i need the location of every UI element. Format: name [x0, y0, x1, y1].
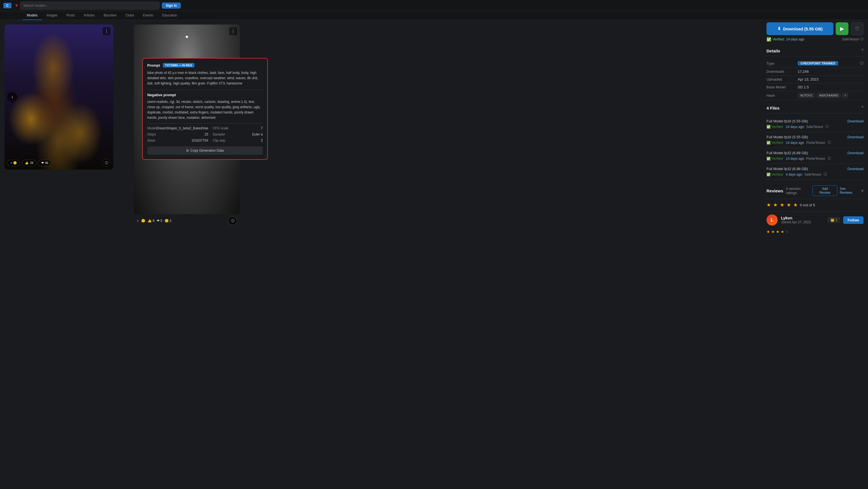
tab-articles[interactable]: Articles: [79, 11, 99, 20]
file-verified-label-0: Verified:: [772, 125, 783, 129]
crown-icon: 👑: [830, 218, 835, 222]
add-reaction-plus[interactable]: +: [137, 219, 139, 223]
file-verified-1: ✅ Verified:: [767, 141, 783, 145]
user-star-1: ★: [767, 229, 770, 234]
file-tensor-2: PickleTensor: [806, 157, 825, 161]
smiley-icon: 🙂: [141, 219, 145, 223]
thumbs-up-button[interactable]: 👍 28: [22, 160, 36, 166]
details-collapse-icon[interactable]: ^: [861, 48, 864, 53]
rating-text: 0 out of 5: [800, 203, 815, 207]
files-collapse-icon[interactable]: ^: [861, 105, 864, 110]
favorite-button[interactable]: ♡: [851, 22, 864, 35]
crown-count: 1: [835, 218, 837, 222]
username[interactable]: Lykon: [781, 216, 825, 220]
reviews-collapse-icon[interactable]: v: [861, 188, 864, 193]
add-review-button[interactable]: Add Review: [812, 186, 838, 196]
heart-button[interactable]: ❤ 46: [38, 160, 51, 166]
verified-checkmark-3: ✅: [767, 172, 771, 176]
neg-prompt-text: (semi-realistic, cgi, 3d, render, sketch…: [147, 99, 263, 121]
detail-uploaded-row: Uploaded Apr 13, 2023: [767, 75, 864, 84]
prev-image-button[interactable]: ‹: [7, 92, 17, 102]
download-row: ⬇ Download (5.55 GB) ▶ ♡: [767, 22, 864, 35]
clip-value: 2: [261, 138, 263, 142]
image-menu-button[interactable]: ⋮: [103, 27, 111, 35]
prompt-meta-divider: [147, 123, 263, 124]
file-header-0: Full Model fp16 (5.55 GB) Download: [767, 119, 864, 123]
tab-clubs[interactable]: Clubs: [121, 11, 138, 20]
file-tensor-0: SafeTensor: [806, 125, 824, 129]
file-download-2[interactable]: Download: [847, 151, 864, 155]
files-section-header: 4 Files ^: [767, 103, 864, 113]
safe-tensor-info-icon[interactable]: ⓘ: [860, 37, 864, 41]
stars-row: ★ ★ ★ ★ ★ 0 out of 5: [767, 202, 864, 208]
preview-menu-button[interactable]: ⋮: [229, 27, 237, 35]
hash-more-button[interactable]: >: [842, 93, 848, 98]
meta-seed: Seed 101837754: [147, 138, 208, 142]
follow-button[interactable]: Follow: [843, 216, 864, 224]
verified-date[interactable]: 14 days ago: [786, 37, 804, 41]
file-download-1[interactable]: Download: [847, 135, 864, 139]
see-reviews-link[interactable]: See Reviews: [840, 187, 859, 195]
tab-education[interactable]: Education: [158, 11, 181, 20]
cfg-value: 7: [261, 126, 263, 130]
basemodel-value: SD 1.5: [798, 85, 809, 89]
seed-value: 101837754: [192, 138, 208, 142]
star-2: ★: [773, 202, 778, 208]
type-info-icon[interactable]: ⓘ: [860, 61, 864, 66]
signin-button[interactable]: Sign In: [162, 2, 181, 9]
file-tensor-info-1[interactable]: ⓘ: [828, 140, 831, 145]
tab-bounties[interactable]: Bounties: [99, 11, 121, 20]
verified-label: Verified:: [773, 37, 784, 41]
details-title: Details: [767, 48, 780, 53]
verified-row: ✅ Verified: 14 days ago SafeTensor ⓘ: [767, 37, 864, 41]
sampler-label: Sampler: [213, 132, 225, 136]
verified-checkmark-0: ✅: [767, 125, 771, 129]
model-label: Model: [147, 126, 156, 130]
steps-value: 25: [205, 132, 208, 136]
basemodel-key: Base Model: [767, 85, 794, 89]
image-info-button[interactable]: ⓘ: [103, 159, 111, 167]
meta-cfg: CFG scale 7: [213, 126, 263, 130]
play-button[interactable]: ▶: [836, 22, 848, 35]
file-date-2[interactable]: 14 days ago: [786, 157, 804, 161]
search-input[interactable]: [20, 2, 159, 9]
tab-models[interactable]: Models: [22, 11, 42, 20]
file-name-1: Full Model fp16 (5.55 GB): [767, 135, 808, 139]
file-tensor-info-3[interactable]: ⓘ: [824, 172, 827, 177]
heart-reaction: ❤ 5: [157, 219, 162, 223]
hash-badge-autov2: AUTOV2: [798, 93, 815, 98]
file-tensor-1: PickleTensor: [806, 141, 825, 145]
thumbs-icon: 👍: [25, 161, 29, 165]
file-tensor-info-0[interactable]: ⓘ: [825, 124, 829, 129]
file-verified-label-1: Verified:: [772, 141, 783, 145]
file-download-0[interactable]: Download: [847, 119, 864, 123]
file-date-3[interactable]: 4 days ago: [786, 172, 802, 176]
preview-info-button[interactable]: ⓘ: [228, 216, 237, 225]
tab-events[interactable]: Events: [138, 11, 158, 20]
hash-key: Hash: [767, 93, 794, 98]
hash-badge-value: A60CFAA90D: [817, 93, 841, 98]
neg-prompt-label: Negative prompt: [147, 93, 263, 97]
detail-hash-row: Hash AUTOV2 A60CFAA90D >: [767, 91, 864, 100]
meta-model: Model DreamShaper_5_beta2_BakedVae: [147, 126, 208, 130]
image-footer: + 🙂 👍 28 ❤ 46 ⓘ: [7, 159, 111, 167]
clip-label: Clip skip: [213, 138, 225, 142]
heart-count: 5: [160, 219, 162, 223]
tab-images[interactable]: Images: [42, 11, 62, 20]
steps-label: Steps: [147, 132, 156, 136]
file-tensor-info-2[interactable]: ⓘ: [828, 156, 831, 161]
smile2-icon: 😊: [164, 219, 169, 223]
detail-basemodel-row: Base Model SD 1.5: [767, 84, 864, 91]
file-download-3[interactable]: Download: [847, 167, 864, 171]
download-button[interactable]: ⬇ Download (5.55 GB): [767, 22, 833, 35]
file-name-3: Full Model fp32 (6.88 GB): [767, 167, 808, 171]
reviews-actions: Add Review See Reviews v: [812, 186, 864, 196]
file-date-1[interactable]: 14 days ago: [786, 141, 804, 145]
site-logo[interactable]: C: [3, 3, 11, 8]
add-reaction-button[interactable]: + 🙂: [7, 160, 20, 166]
seed-label: Seed: [147, 138, 155, 142]
file-date-0[interactable]: 14 days ago: [786, 125, 804, 129]
tab-posts[interactable]: Posts: [62, 11, 79, 20]
copy-generation-button[interactable]: ⧉ Copy Generation Data: [147, 146, 263, 155]
uploaded-value: Apr 13, 2023: [798, 77, 818, 82]
